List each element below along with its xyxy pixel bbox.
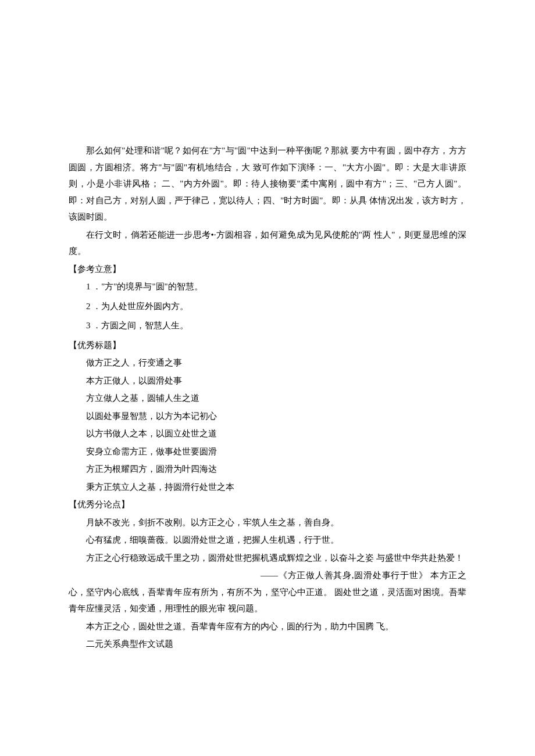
title-item-6: 安身立命需方正，做事处世要圆滑 [69, 443, 466, 460]
document-content: 那么如何"处理和谐"呢？如何在"方"与"圆"中达到一种平衡呢？那就 要方中有圆，… [69, 142, 466, 653]
reference-item-2: 2 ．为人处世应外圆内方。 [69, 298, 466, 315]
tail-paragraph-2: 二元关系典型作文试题 [69, 636, 466, 653]
reference-item-3: 3 ．方圆之间，智慧人生。 [69, 317, 466, 334]
section-reference-label: 【参考立意】 [69, 261, 466, 278]
reference-item-1: 1 ．"方"的境界与"圆"的智慧。 [69, 278, 466, 295]
title-item-7: 方正为根耀四方，圆滑为叶四海达 [69, 461, 466, 478]
subpoint-item-3: 方正之心行稳致远成千里之功，圆滑处世把握机遇成辉煌之业，以奋斗之姿 与盛世中华共… [69, 550, 466, 567]
title-item-2: 本方正做人，以圆滑处事 [69, 372, 466, 389]
paragraph-2: 在行文时，倘若还能进一步思考•·方圆相容，如何避免成为见风使舵的"两 性人"，则… [69, 227, 466, 260]
title-item-5: 以方书做人之本，以圆立处世之道 [69, 425, 466, 442]
tail-paragraph-1: 本方正之心，圆处世之道。吾辈青年应有方的内心，圆的行为，助力中国腾 飞。 [69, 618, 466, 635]
subpoint-item-1: 月缺不改光，剑折不改刚。以方正之心，牢筑人生之基，善自身。 [69, 514, 466, 531]
subpoint-item-2: 心有猛虎，细嗅蔷薇。以圆滑处世之道，把握人生机遇，行于世。 [69, 532, 466, 549]
citation-text: ——《方正做人善其身,圆滑处事行于世》 本方正之心，坚守内心底线，吾辈青年应有所… [69, 567, 466, 617]
citation-line: ——《方正做人善其身,圆滑处事行于世》 本方正之心，坚守内心底线，吾辈青年应有所… [69, 567, 466, 617]
section-subpoints-label: 【优秀分论点】 [69, 496, 466, 513]
title-item-3: 方立做人之基，圆辅人生之道 [69, 390, 466, 407]
paragraph-1: 那么如何"处理和谐"呢？如何在"方"与"圆"中达到一种平衡呢？那就 要方中有圆，… [69, 142, 466, 225]
title-item-4: 以圆处事显智慧，以方为本记初心 [69, 408, 466, 425]
title-item-8: 秉方正筑立人之基，持圆滑行处世之本 [69, 479, 466, 496]
title-item-1: 做方正之人，行变通之事 [69, 354, 466, 371]
section-titles-label: 【优秀标题】 [69, 337, 466, 354]
